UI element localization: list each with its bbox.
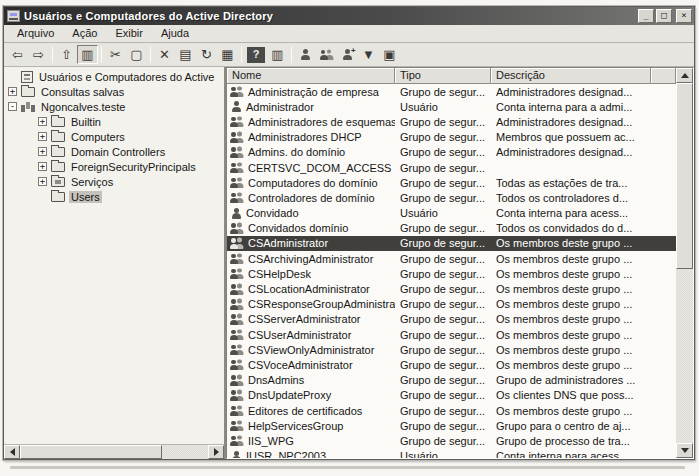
properties-icon[interactable]: ▤ bbox=[175, 45, 196, 64]
list-row[interactable]: Administradores de esquemasGrupo de segu… bbox=[227, 114, 676, 129]
paste-icon[interactable]: ▢ bbox=[126, 45, 147, 64]
vertical-scrollbar-thumb[interactable] bbox=[676, 83, 693, 269]
list-row[interactable]: DnsAdminsGrupo de segur...Grupo de admin… bbox=[227, 373, 676, 388]
minimize-button[interactable]: _ bbox=[638, 9, 654, 23]
scroll-up-button[interactable] bbox=[676, 68, 693, 83]
list-row[interactable]: CSUserAdministratorGrupo de segur...Os m… bbox=[227, 327, 676, 342]
maximize-button[interactable]: □ bbox=[656, 9, 672, 23]
menu-item-arquivo[interactable]: Arquivo bbox=[8, 26, 63, 41]
scroll-left-button[interactable] bbox=[4, 445, 20, 459]
refresh-icon[interactable]: ↻ bbox=[196, 45, 217, 64]
list-item-name: HelpServicesGroup bbox=[248, 420, 343, 432]
list-row[interactable]: ConvidadoUsuárioConta interna para acess… bbox=[227, 206, 676, 221]
expander-icon[interactable]: + bbox=[38, 162, 47, 171]
list-row[interactable]: CSAdministratorGrupo de segur...Os membr… bbox=[227, 236, 676, 251]
columns-icon[interactable]: ▥ bbox=[267, 45, 288, 64]
expander-icon[interactable]: - bbox=[8, 102, 17, 111]
new-group-icon[interactable] bbox=[316, 45, 337, 64]
add-to-group-icon[interactable]: + bbox=[337, 45, 358, 64]
expander-icon[interactable]: + bbox=[8, 87, 17, 96]
list-row[interactable]: CSHelpDeskGrupo de segur...Os membros de… bbox=[227, 266, 676, 281]
tree-item-servi-os[interactable]: +Serviços bbox=[4, 174, 224, 189]
menu-item-exibir[interactable]: Exibir bbox=[106, 26, 152, 41]
list-row[interactable]: IUSR_NPC2003UsuárioConta interna para ac… bbox=[227, 449, 676, 459]
forward-icon[interactable]: ⇨ bbox=[28, 45, 49, 64]
list-row[interactable]: Computadores do domínioGrupo de segur...… bbox=[227, 175, 676, 190]
expander-icon[interactable]: + bbox=[38, 117, 47, 126]
list-row[interactable]: CSServerAdministratorGrupo de segur...Os… bbox=[227, 312, 676, 327]
list-cell-desc: Os clientes DNS que poss... bbox=[491, 389, 676, 401]
list-cell-name: Admins. do domínio bbox=[227, 146, 395, 158]
tree-item-label: Usuários e Computadores do Active bbox=[37, 71, 216, 83]
toolbar-separator bbox=[52, 46, 53, 63]
tree-item-ngoncalves-teste[interactable]: -Ngoncalves.teste bbox=[4, 99, 224, 114]
list-row[interactable]: CERTSVC_DCOM_ACCESSGrupo de segur... bbox=[227, 160, 676, 175]
tree-item-builtin[interactable]: +Builtin bbox=[4, 114, 224, 129]
column-header-nome[interactable]: Nome bbox=[227, 68, 395, 84]
list-cell-type: Grupo de segur... bbox=[395, 131, 491, 143]
help-icon[interactable]: ? bbox=[247, 47, 265, 63]
list-row[interactable]: CSLocationAdministratorGrupo de segur...… bbox=[227, 281, 676, 296]
up-one-level-icon[interactable]: ⇧ bbox=[56, 45, 77, 64]
properties-glyph: ▤ bbox=[179, 48, 191, 61]
vertical-scrollbar-track[interactable] bbox=[676, 83, 693, 443]
title-bar[interactable]: Usuários e Computadores do Active Direct… bbox=[4, 7, 694, 25]
list-row[interactable]: CSVoceAdministratorGrupo de segur...Os m… bbox=[227, 357, 676, 372]
scroll-right-button[interactable] bbox=[208, 445, 224, 459]
list-row[interactable]: CSArchivingAdministratorGrupo de segur..… bbox=[227, 251, 676, 266]
list-cell-name: CSHelpDesk bbox=[227, 268, 395, 280]
tree-item-computers[interactable]: +Computers bbox=[4, 129, 224, 144]
group-icon bbox=[230, 253, 244, 265]
folder-icon bbox=[21, 87, 35, 97]
column-header-tipo[interactable]: Tipo bbox=[395, 68, 491, 84]
horizontal-scrollbar-track[interactable] bbox=[20, 445, 208, 459]
folder-icon bbox=[51, 192, 65, 202]
list-row[interactable]: Controladores de domínioGrupo de segur..… bbox=[227, 190, 676, 205]
group-icon bbox=[230, 298, 244, 310]
menu-item-ajuda[interactable]: Ajuda bbox=[152, 26, 198, 41]
new-user-glyph bbox=[300, 49, 312, 61]
tree-item-users[interactable]: Users bbox=[4, 189, 224, 204]
tree-item-usu-rios-e-computadores-do-active[interactable]: Usuários e Computadores do Active bbox=[4, 69, 224, 84]
list-row[interactable]: CSViewOnlyAdministratorGrupo de segur...… bbox=[227, 342, 676, 357]
list-cell-type: Grupo de segur... bbox=[395, 253, 491, 265]
list-row[interactable]: IIS_WPGGrupo de segur...Grupo de process… bbox=[227, 433, 676, 448]
vertical-scrollbar[interactable] bbox=[676, 68, 693, 458]
expander-icon[interactable]: + bbox=[38, 147, 47, 156]
horizontal-scrollbar-thumb[interactable] bbox=[20, 445, 162, 459]
delete-icon[interactable]: ✕ bbox=[154, 45, 175, 64]
list-cell-name: CSUserAdministrator bbox=[227, 329, 395, 341]
export-list-icon[interactable]: ▦ bbox=[217, 45, 238, 64]
horizontal-scrollbar[interactable] bbox=[4, 444, 224, 459]
scroll-down-button[interactable] bbox=[676, 443, 693, 458]
filter-options-icon[interactable]: ▣ bbox=[379, 45, 400, 64]
column-header-descricao[interactable]: Descrição bbox=[491, 68, 651, 84]
show-hide-console-tree-icon[interactable]: ▥ bbox=[77, 45, 98, 64]
back-icon[interactable]: ⇦ bbox=[7, 45, 28, 64]
list-row[interactable]: Convidados domínioGrupo de segur...Todos… bbox=[227, 221, 676, 236]
cut-icon[interactable]: ✂ bbox=[105, 45, 126, 64]
tree-item-domain-controllers[interactable]: +Domain Controllers bbox=[4, 144, 224, 159]
new-user-icon[interactable] bbox=[295, 45, 316, 64]
list-row[interactable]: Administração de empresaGrupo de segur..… bbox=[227, 84, 676, 99]
tree-item-consultas-salvas[interactable]: +Consultas salvas bbox=[4, 84, 224, 99]
list-row[interactable]: Admins. do domínioGrupo de segur...Admin… bbox=[227, 145, 676, 160]
set-filter-icon[interactable]: ▼ bbox=[358, 45, 379, 64]
window-controls: _ □ × bbox=[638, 9, 692, 23]
close-button[interactable]: × bbox=[676, 9, 692, 23]
list-row[interactable]: CSResponseGroupAdministratorGrupo de seg… bbox=[227, 297, 676, 312]
list-header: Nome Tipo Descrição bbox=[227, 68, 676, 84]
tree-item-foreignsecurityprincipals[interactable]: +ForeignSecurityPrincipals bbox=[4, 159, 224, 174]
menu-item-a-o[interactable]: Ação bbox=[63, 26, 106, 41]
list-cell-type: Grupo de segur... bbox=[395, 116, 491, 128]
list-item-name: Editores de certificados bbox=[248, 405, 362, 417]
group-icon bbox=[230, 313, 244, 325]
list-row[interactable]: Administradores DHCPGrupo de segur...Mem… bbox=[227, 130, 676, 145]
expander-icon[interactable]: + bbox=[38, 132, 47, 141]
menu-bar: ArquivoAçãoExibirAjuda bbox=[4, 25, 694, 43]
list-row[interactable]: HelpServicesGroupGrupo de segur...Grupo … bbox=[227, 418, 676, 433]
list-row[interactable]: DnsUpdateProxyGrupo de segur...Os client… bbox=[227, 388, 676, 403]
list-row[interactable]: Editores de certificadosGrupo de segur..… bbox=[227, 403, 676, 418]
list-row[interactable]: AdministradorUsuárioConta interna para a… bbox=[227, 99, 676, 114]
expander-icon[interactable]: + bbox=[38, 177, 47, 186]
